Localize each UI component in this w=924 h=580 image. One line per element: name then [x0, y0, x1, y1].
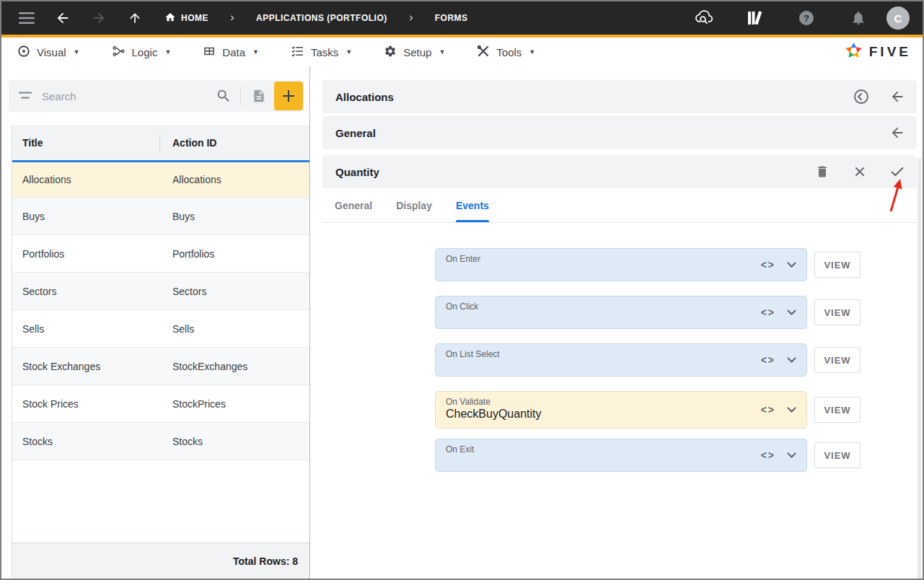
code-icon[interactable]: <>: [761, 404, 775, 416]
menu-visual[interactable]: Visual▼: [17, 45, 80, 60]
tab-general[interactable]: General: [335, 188, 372, 222]
column-action-id[interactable]: Action ID: [160, 137, 309, 149]
delete-icon[interactable]: [813, 162, 832, 181]
search-input[interactable]: [40, 89, 213, 103]
code-icon[interactable]: <>: [761, 449, 775, 461]
help-icon[interactable]: ?: [794, 6, 819, 30]
close-icon[interactable]: [850, 162, 869, 181]
chevron-right-icon: [406, 13, 416, 23]
chevron-down-icon[interactable]: [787, 306, 796, 319]
breadcrumb-home[interactable]: HOME: [164, 12, 208, 25]
left-panel: Title Action ID AllocationsAllocations B…: [1, 66, 310, 579]
on-validate-value: CheckBuyQuantity: [446, 408, 742, 421]
document-icon[interactable]: [248, 89, 270, 103]
subsection-title: Quantity: [335, 166, 379, 178]
svg-text:?: ?: [804, 13, 809, 24]
up-icon[interactable]: [123, 6, 147, 30]
quantity-tabs: General Display Events: [322, 188, 917, 223]
menubar: Visual▼ Logic▼ Data▼ Tasks▼ Setup▼: [1, 38, 923, 66]
field-row-on-exit: On Exit <> VIEW: [435, 439, 917, 472]
brand-wordmark: FIVE: [869, 44, 911, 60]
add-button[interactable]: [274, 82, 303, 110]
breadcrumb: HOME APPLICATIONS (PORTFOLIO) FORMS: [164, 12, 468, 25]
menu-logic[interactable]: Logic▼: [112, 45, 172, 60]
filter-icon[interactable]: [19, 89, 32, 102]
logic-icon: [112, 45, 126, 60]
table-row[interactable]: SellsSells: [12, 310, 309, 348]
table-row[interactable]: BuysBuys: [12, 198, 309, 235]
column-title[interactable]: Title: [12, 125, 159, 160]
tools-icon: [477, 45, 490, 60]
view-button[interactable]: VIEW: [814, 442, 861, 468]
right-panel: Allocations General: [310, 66, 923, 579]
on-list-select-field[interactable]: On List Select <>: [435, 343, 807, 377]
code-icon[interactable]: <>: [761, 307, 775, 318]
quantity-section-bar: Quantity: [322, 155, 917, 188]
library-icon[interactable]: [742, 6, 767, 30]
on-click-field[interactable]: On Click <>: [435, 296, 807, 329]
search-bar: [9, 80, 304, 112]
table-row[interactable]: StocksStocks: [12, 423, 309, 460]
topbar: HOME APPLICATIONS (PORTFOLIO) FORMS: [1, 1, 923, 38]
visual-icon: [17, 45, 30, 60]
menu-data[interactable]: Data▼: [203, 45, 259, 60]
view-button[interactable]: VIEW: [814, 397, 861, 423]
tab-display[interactable]: Display: [396, 188, 432, 222]
table-row[interactable]: Stock PricesStockPrices: [12, 385, 309, 423]
five-logo-icon: [844, 41, 863, 63]
total-rows-label: Total Rows: 8: [12, 542, 309, 579]
search-icon[interactable]: [213, 88, 234, 104]
on-validate-field[interactable]: On Validate CheckBuyQuantity <>: [435, 391, 807, 429]
menu-tools[interactable]: Tools▼: [477, 45, 535, 60]
data-icon: [203, 45, 216, 60]
forward-icon[interactable]: [87, 6, 111, 30]
back-icon[interactable]: [50, 6, 75, 30]
divider: [240, 87, 241, 105]
code-icon[interactable]: <>: [761, 259, 775, 271]
avatar[interactable]: C: [886, 6, 910, 30]
tasks-icon: [291, 45, 304, 60]
app-window: HOME APPLICATIONS (PORTFOLIO) FORMS: [0, 0, 924, 580]
general-section-bar: General: [322, 116, 917, 149]
table-row[interactable]: Stock ExchangesStockExchanges: [12, 348, 309, 385]
section-title: General: [335, 127, 376, 139]
setup-icon: [384, 45, 397, 60]
section-back-icon[interactable]: [888, 123, 907, 142]
chevron-down-icon[interactable]: [787, 353, 796, 366]
cloud-search-icon[interactable]: [690, 6, 715, 30]
menu-icon[interactable]: [14, 6, 39, 30]
page-title: Allocations: [335, 91, 394, 103]
chevron-down-icon[interactable]: [787, 449, 796, 462]
field-row-on-click: On Click <> VIEW: [435, 296, 917, 329]
view-button[interactable]: VIEW: [814, 252, 861, 278]
breadcrumb-forms[interactable]: FORMS: [435, 13, 468, 23]
confirm-check-icon[interactable]: [888, 162, 907, 181]
field-row-on-list-select: On List Select <> VIEW: [435, 343, 917, 377]
chevron-right-icon: [227, 13, 237, 23]
field-row-on-enter: On Enter <> VIEW: [435, 248, 917, 281]
tab-events[interactable]: Events: [456, 188, 489, 222]
notifications-icon[interactable]: [846, 6, 871, 30]
field-row-on-validate: On Validate CheckBuyQuantity <> VIEW: [435, 391, 917, 429]
chevron-down-icon[interactable]: [787, 258, 796, 271]
code-icon[interactable]: <>: [761, 354, 775, 366]
events-fields: On Enter <> VIEW On Click <>: [322, 223, 917, 472]
on-exit-field[interactable]: On Exit <>: [435, 439, 807, 472]
menu-tasks[interactable]: Tasks▼: [291, 45, 352, 60]
collapse-back-icon[interactable]: [888, 87, 907, 106]
five-brand: FIVE: [844, 41, 911, 63]
on-enter-field[interactable]: On Enter <>: [435, 248, 807, 281]
table-row[interactable]: AllocationsAllocations: [12, 160, 309, 198]
scrollbar[interactable]: [918, 158, 921, 580]
chevron-down-icon[interactable]: [787, 403, 796, 416]
table-row[interactable]: SectorsSectors: [12, 273, 309, 310]
menu-setup[interactable]: Setup▼: [384, 45, 445, 60]
view-button[interactable]: VIEW: [814, 299, 861, 325]
view-button[interactable]: VIEW: [814, 347, 861, 373]
forms-list-table: Title Action ID AllocationsAllocations B…: [12, 125, 309, 579]
breadcrumb-applications[interactable]: APPLICATIONS (PORTFOLIO): [256, 13, 387, 23]
home-icon: [164, 12, 176, 25]
table-row[interactable]: PortfoliosPortfolios: [12, 235, 309, 273]
history-back-circle-icon[interactable]: [852, 87, 871, 106]
allocations-header-bar: Allocations: [322, 80, 917, 113]
